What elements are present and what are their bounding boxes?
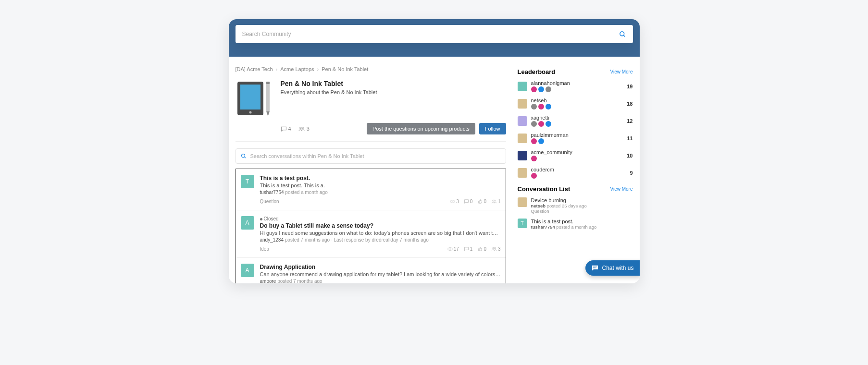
badge-icon: [531, 121, 537, 127]
followers-stat: 1: [491, 199, 501, 204]
thread-snippet: This is a test post. This is a.: [260, 182, 501, 188]
svg-rect-21: [593, 268, 595, 268]
svg-point-15: [494, 200, 496, 201]
badge-icon: [531, 173, 537, 179]
svg-point-14: [493, 200, 494, 201]
category-icon: [236, 80, 274, 117]
avatar: [518, 116, 527, 126]
user-score: 19: [627, 84, 632, 89]
content: [DA] Acme Tech › Acme Laptops › Pen & No…: [229, 57, 640, 283]
chat-widget[interactable]: Chat with us: [585, 260, 639, 276]
user-name[interactable]: coudercm: [531, 167, 626, 172]
svg-rect-7: [266, 82, 270, 84]
view-more-link[interactable]: View More: [610, 186, 632, 192]
leaderboard-title: Leaderboard: [518, 68, 556, 75]
badges: [531, 86, 623, 92]
svg-point-13: [452, 201, 453, 202]
conversation-title[interactable]: This is a test post.: [531, 219, 633, 224]
followers-stat: 3: [491, 246, 501, 252]
thread-title[interactable]: Drawing Application: [260, 264, 501, 270]
comments-stat: 1: [464, 246, 473, 252]
svg-point-0: [620, 31, 624, 36]
thread-item[interactable]: T This is a test post. This is a test po…: [236, 169, 506, 210]
avatar: [518, 82, 527, 91]
conversation-meta: tushar7754 posted a month ago: [531, 224, 633, 230]
comment-count: 4: [281, 126, 291, 132]
avatar: [518, 168, 527, 178]
main-column: [DA] Acme Tech › Acme Laptops › Pen & No…: [236, 66, 506, 283]
thread-item[interactable]: A Closed Do buy a Tablet still make a se…: [236, 210, 506, 258]
chat-label: Chat with us: [602, 265, 633, 271]
conversation-list: Device burning netseb posted 25 days ago…: [518, 197, 633, 230]
breadcrumb-item[interactable]: Pen & No Ink Tablet: [322, 66, 368, 72]
conversation-meta: netseb posted 25 days ago: [531, 203, 633, 208]
thread-title[interactable]: This is a test post.: [260, 175, 501, 182]
conversation-item[interactable]: Device burning netseb posted 25 days ago…: [518, 197, 633, 214]
leaderboard-row[interactable]: paulzimmerman 11: [518, 132, 633, 144]
conversation-search[interactable]: [236, 148, 506, 164]
search-icon[interactable]: [619, 31, 626, 38]
avatar: T: [518, 219, 527, 228]
badges: [531, 173, 626, 179]
breadcrumb-item[interactable]: Acme Laptops: [280, 66, 314, 72]
search-bar[interactable]: [236, 25, 633, 43]
view-more-link[interactable]: View More: [610, 69, 632, 74]
category-meta: 4 3 Post the questions on upcoming produ…: [236, 120, 506, 142]
conversation-title[interactable]: Device burning: [531, 197, 633, 203]
avatar: [518, 197, 527, 207]
user-name[interactable]: acme_community: [531, 149, 623, 155]
thread-status: Closed: [260, 216, 501, 221]
leaderboard-row[interactable]: xagnetti 12: [518, 115, 633, 127]
svg-rect-5: [266, 83, 270, 111]
user-name[interactable]: xagnetti: [531, 115, 623, 121]
avatar: T: [241, 175, 254, 188]
user-name[interactable]: netseb: [531, 97, 623, 103]
breadcrumb: [DA] Acme Tech › Acme Laptops › Pen & No…: [236, 66, 506, 72]
svg-rect-20: [593, 267, 597, 267]
thread-title[interactable]: Do buy a Tablet still make a sense today…: [260, 222, 501, 229]
svg-point-17: [449, 249, 450, 250]
user-score: 10: [627, 153, 632, 158]
avatar: A: [241, 216, 254, 230]
user-name[interactable]: alannahonigman: [531, 80, 623, 86]
thread-type: Question: [260, 199, 279, 204]
svg-line-11: [244, 157, 246, 158]
svg-point-18: [493, 247, 494, 249]
search-input[interactable]: [242, 31, 619, 37]
breadcrumb-item[interactable]: [DA] Acme Tech: [236, 66, 273, 72]
badges: [531, 121, 623, 127]
avatar: [518, 151, 527, 160]
category-description: Everything about the Pen & No Ink Tablet: [281, 89, 506, 95]
badge-icon: [531, 156, 537, 161]
conversation-item[interactable]: T This is a test post. tushar7754 posted…: [518, 219, 633, 230]
thread-snippet: Hi guys I need some suggestions on what …: [260, 230, 501, 236]
leaderboard-row[interactable]: coudercm 9: [518, 167, 633, 179]
badge-icon: [546, 104, 551, 110]
badge-icon: [538, 121, 544, 127]
views-stat: 17: [447, 246, 459, 252]
svg-point-12: [450, 200, 455, 203]
leaderboard-row[interactable]: alannahonigman 19: [518, 80, 633, 92]
follow-button[interactable]: Follow: [479, 123, 506, 134]
avatar: [518, 99, 527, 109]
badges: [531, 156, 623, 161]
conversation-list-header: Conversation List View More: [518, 185, 633, 193]
svg-marker-6: [266, 111, 270, 116]
svg-point-4: [249, 111, 251, 114]
chevron-right-icon: ›: [276, 66, 278, 72]
svg-line-1: [623, 35, 625, 36]
svg-point-9: [302, 127, 303, 128]
avatar: A: [241, 264, 254, 277]
user-name[interactable]: paulzimmerman: [531, 132, 623, 138]
leaderboard-row[interactable]: acme_community 10: [518, 149, 633, 161]
thread-item[interactable]: A Drawing Application Can anyone recomme…: [236, 258, 506, 283]
post-question-button[interactable]: Post the questions on upcoming products: [367, 123, 475, 134]
leaderboard-list: alannahonigman 19 netseb 18 xagnetti 12 …: [518, 80, 633, 179]
conversation-type: Question: [531, 208, 633, 214]
thread-list: T This is a test post. This is a test po…: [236, 169, 506, 283]
user-score: 9: [630, 170, 632, 176]
badge-icon: [538, 86, 544, 92]
conversation-search-input[interactable]: [250, 153, 501, 159]
leaderboard-row[interactable]: netseb 18: [518, 97, 633, 110]
badge-icon: [546, 121, 551, 127]
